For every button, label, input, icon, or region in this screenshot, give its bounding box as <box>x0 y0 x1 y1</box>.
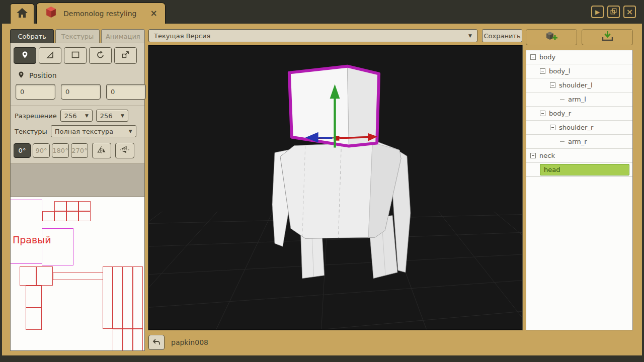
tree-item-head[interactable]: head <box>526 163 632 177</box>
tab-close-icon[interactable]: × <box>150 9 157 18</box>
uv-texture-preview[interactable]: Правый <box>11 197 144 350</box>
position-inputs <box>11 81 144 106</box>
tree-item-arm_r[interactable]: arm_r <box>526 135 632 149</box>
rotate-0-label: 0° <box>19 147 26 154</box>
play-icon: ▶ <box>595 9 600 16</box>
uv-island <box>36 266 53 286</box>
resolution-height-value: 256 <box>100 112 113 120</box>
hierarchy-toolbar <box>526 29 633 45</box>
save-button-label: Сохранить <box>484 32 520 40</box>
tab-animation[interactable]: Анимация <box>101 29 145 43</box>
uv-island <box>113 329 123 350</box>
uv-island <box>26 308 42 330</box>
texture-label: Текстуры <box>15 128 47 135</box>
document-tab-title: Demonolog restyling <box>63 10 137 18</box>
tree-item-shoulder_l[interactable]: shoulder_l <box>526 78 632 93</box>
flip-vertical-button[interactable] <box>115 143 134 158</box>
chevron-down-icon: ▼ <box>468 33 472 38</box>
save-button[interactable]: Сохранить <box>482 29 522 42</box>
status-username: papkin008 <box>171 338 208 346</box>
uv-island <box>20 266 36 286</box>
app-window: Demonolog restyling × ▶ × Собрать Тексту… <box>0 0 644 362</box>
collapse-icon[interactable] <box>550 82 555 88</box>
add-part-button[interactable] <box>526 29 577 45</box>
collapse-icon[interactable] <box>540 111 545 116</box>
flip-horizontal-button[interactable] <box>92 143 111 158</box>
import-part-button[interactable] <box>582 29 633 45</box>
rotate-180-button[interactable]: 180° <box>52 143 69 158</box>
tree-item-arm_l[interactable]: arm_l <box>526 93 632 107</box>
uv-island <box>42 211 54 221</box>
play-button[interactable]: ▶ <box>591 6 604 18</box>
viewport-3d-scene <box>149 46 522 329</box>
rotate-tool-button[interactable] <box>39 47 61 64</box>
tree-item-shoulder_r[interactable]: shoulder_r <box>526 121 632 135</box>
window-controls: ▶ × <box>591 6 636 18</box>
chevron-down-icon: ▼ <box>129 129 132 134</box>
viewport-header: Текущая Версия ▼ Сохранить <box>148 29 522 42</box>
tab-animation-label: Анимация <box>106 33 140 40</box>
rotate-0-button[interactable]: 0° <box>14 143 31 158</box>
tree-item-neck[interactable]: neck <box>526 149 632 163</box>
position-section-header: Position <box>11 67 144 81</box>
tree-item-label: neck <box>539 152 555 159</box>
torso[interactable] <box>280 142 401 239</box>
uv-island-label: Правый <box>13 234 51 245</box>
viewport-3d[interactable] <box>148 45 522 330</box>
uv-island <box>54 201 66 211</box>
uv-island <box>133 329 143 350</box>
resolution-height-select[interactable]: 256 ▼ <box>96 110 128 122</box>
collapse-icon[interactable] <box>540 68 545 74</box>
undo-button[interactable] <box>148 335 165 350</box>
uv-island <box>133 266 143 329</box>
undo-arrow-icon <box>152 338 160 347</box>
add-cube-icon <box>545 31 558 44</box>
hierarchy-tree: body body_l shoulder_l arm_l body_r shou… <box>526 50 633 330</box>
uv-island <box>66 211 78 221</box>
uv-island <box>53 273 103 280</box>
restore-window-icon <box>610 8 617 16</box>
tab-textures[interactable]: Текстуры <box>55 29 99 43</box>
uv-island <box>78 201 91 211</box>
tree-item-body_l[interactable]: body_l <box>526 64 632 78</box>
transform-toolbar <box>11 43 144 67</box>
orbit-tool-button[interactable] <box>89 47 112 64</box>
version-select[interactable]: Текущая Версия ▼ <box>148 29 477 42</box>
resolution-width-select[interactable]: 256 ▼ <box>60 110 93 122</box>
uv-island <box>66 201 78 211</box>
collapse-icon[interactable] <box>550 125 555 130</box>
rotate-icon <box>96 51 105 61</box>
tab-assemble-label: Собрать <box>18 33 46 40</box>
restore-window-button[interactable] <box>607 6 620 18</box>
rotate-90-label: 90° <box>35 147 47 154</box>
collapse-icon[interactable] <box>530 153 536 158</box>
home-button[interactable] <box>10 4 34 24</box>
hierarchy-panel: body body_l shoulder_l arm_l body_r shou… <box>526 29 633 330</box>
tab-assemble[interactable]: Собрать <box>10 29 54 43</box>
texture-strip <box>11 163 144 197</box>
position-y-field[interactable] <box>61 84 101 100</box>
position-z-field[interactable] <box>106 84 146 100</box>
position-tool-button[interactable] <box>14 47 36 64</box>
collapse-icon[interactable] <box>530 54 536 60</box>
rotate-270-button[interactable]: 270° <box>71 143 88 158</box>
scale-icon <box>121 51 130 61</box>
document-tab[interactable]: Demonolog restyling × <box>36 3 166 24</box>
rect-select-tool-button[interactable] <box>64 47 87 64</box>
tree-item-body[interactable]: body <box>526 50 632 64</box>
close-window-button[interactable]: × <box>623 6 636 18</box>
title-bar: Demonolog restyling × ▶ × <box>0 0 644 24</box>
tree-item-label: arm_r <box>568 138 587 145</box>
texture-select[interactable]: Полная текстура ▼ <box>51 125 136 137</box>
flip-vertical-icon <box>120 146 130 156</box>
tree-item-label: body <box>539 53 555 61</box>
rotate-90-button[interactable]: 90° <box>33 143 50 158</box>
position-pin-dark-icon <box>18 71 25 80</box>
angle-icon <box>46 51 55 61</box>
uv-island <box>113 266 123 329</box>
tree-item-body_r[interactable]: body_r <box>526 107 632 121</box>
flip-horizontal-icon <box>97 146 107 156</box>
position-x-field[interactable] <box>16 84 55 100</box>
scale-tool-button[interactable] <box>114 47 137 64</box>
version-select-value: Текущая Версия <box>154 32 210 40</box>
